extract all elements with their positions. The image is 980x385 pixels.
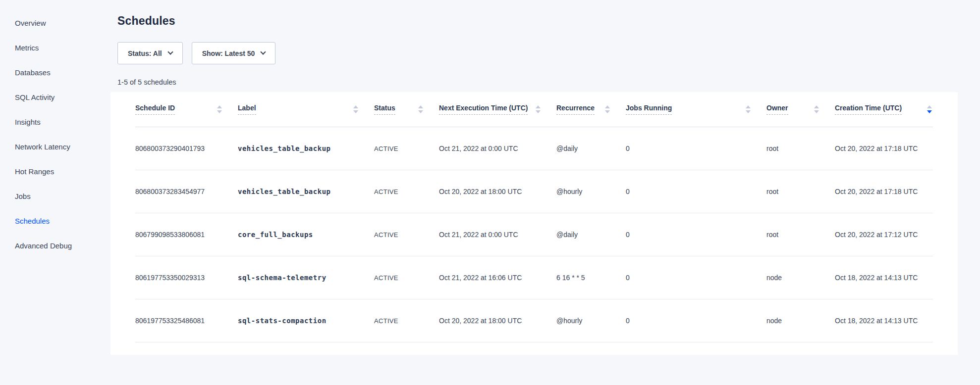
column-header-label: Next Execution Time (UTC) (439, 104, 528, 115)
cell-recurrence: @daily (556, 231, 626, 239)
sidebar-nav-list: Overview Metrics Databases SQL Activity … (0, 10, 117, 258)
cell-jobs-running: 0 (626, 144, 766, 152)
sidebar-item-schedules[interactable]: Schedules (0, 208, 117, 233)
cell-schedule-id: 806197753350029313 (135, 274, 238, 282)
sidebar-item-databases[interactable]: Databases (0, 60, 117, 85)
column-header-creation-time-utc[interactable]: Creation Time (UTC) (835, 92, 933, 127)
column-header-label: Owner (766, 104, 788, 115)
triangle-down-icon (418, 110, 423, 113)
schedules-table: Schedule ID Label Status Next Execution … (110, 92, 958, 355)
column-header-jobs-running[interactable]: Jobs Running (626, 92, 766, 127)
sidebar-item-advanced-debug[interactable]: Advanced Debug (0, 233, 117, 258)
cell-schedule-id: 806800373290401793 (135, 144, 238, 152)
cell-label: sql-schema-telemetry (238, 274, 374, 282)
table-row-sql-stats-compaction[interactable]: 806197753325486081 sql-stats-compaction … (135, 299, 933, 342)
column-header-status[interactable]: Status (374, 92, 439, 127)
triangle-down-icon (927, 110, 932, 113)
column-header-label: Schedule ID (135, 104, 175, 115)
triangle-down-icon (217, 110, 222, 113)
sidebar-item-label: Jobs (15, 192, 31, 200)
cell-schedule-id: 806800373283454977 (135, 188, 238, 195)
sort-icon[interactable] (417, 104, 424, 114)
main-content: Schedules Status: All Show: Latest 50 1-… (117, 0, 980, 355)
chevron-down-icon (167, 49, 173, 54)
sidebar-item-network-latency[interactable]: Network Latency (0, 134, 117, 159)
triangle-up-icon (605, 105, 610, 108)
triangle-up-icon (536, 105, 541, 108)
cell-status: ACTIVE (374, 145, 439, 152)
triangle-down-icon (536, 110, 541, 113)
table-body: 806800373290401793 vehicles_table_backup… (135, 127, 933, 342)
column-header-schedule-id[interactable]: Schedule ID (135, 92, 238, 127)
triangle-up-icon (814, 105, 819, 108)
sidebar-item-insights[interactable]: Insights (0, 109, 117, 134)
cell-owner: node (766, 274, 835, 282)
triangle-up-icon (746, 105, 751, 108)
sort-icon[interactable] (352, 104, 359, 114)
table-row-sql-schema-telemetry[interactable]: 806197753350029313 sql-schema-telemetry … (135, 256, 933, 299)
cell-creation-time: Oct 20, 2022 at 17:18 UTC (835, 188, 933, 195)
cell-jobs-running: 0 (626, 274, 766, 282)
cell-next-execution-time: Oct 20, 2022 at 18:00 UTC (439, 188, 556, 195)
show-filter-label: Show: Latest 50 (202, 49, 255, 57)
sort-icon[interactable] (745, 104, 752, 114)
cell-label: sql-stats-compaction (238, 317, 374, 325)
cell-next-execution-time: Oct 20, 2022 at 18:00 UTC (439, 317, 556, 325)
column-header-label[interactable]: Label (238, 92, 374, 127)
triangle-up-icon (217, 105, 222, 108)
column-header-recurrence[interactable]: Recurrence (556, 92, 626, 127)
cell-owner: root (766, 144, 835, 152)
results-count: 1-5 of 5 schedules (117, 78, 980, 86)
triangle-down-icon (605, 110, 610, 113)
column-header-label: Status (374, 104, 395, 115)
cell-label: core_full_backups (238, 231, 374, 239)
column-header-label: Creation Time (UTC) (835, 104, 902, 115)
cell-jobs-running: 0 (626, 317, 766, 325)
sidebar-item-label: Schedules (15, 217, 50, 225)
sort-icon[interactable] (604, 104, 611, 114)
page-title: Schedules (117, 14, 980, 28)
table-header-row: Schedule ID Label Status Next Execution … (135, 92, 933, 127)
triangle-up-icon (927, 105, 932, 108)
triangle-up-icon (353, 105, 358, 108)
sidebar-item-hot-ranges[interactable]: Hot Ranges (0, 159, 117, 184)
table-row-vehicles-table-backup[interactable]: 806800373283454977 vehicles_table_backup… (135, 170, 933, 213)
sort-icon[interactable] (216, 104, 223, 114)
triangle-down-icon (353, 110, 358, 113)
column-header-next-execution-time-utc[interactable]: Next Execution Time (UTC) (439, 92, 556, 127)
table-row-vehicles-table-backup[interactable]: 806800373290401793 vehicles_table_backup… (135, 127, 933, 170)
cell-status: ACTIVE (374, 317, 439, 325)
cell-recurrence: @hourly (556, 317, 626, 325)
filter-bar: Status: All Show: Latest 50 (117, 42, 980, 64)
table-row-core-full-backups[interactable]: 806799098533806081 core_full_backups ACT… (135, 213, 933, 256)
sidebar-item-sql-activity[interactable]: SQL Activity (0, 85, 117, 109)
cell-status: ACTIVE (374, 274, 439, 282)
sort-icon[interactable] (926, 104, 933, 114)
cell-owner: node (766, 317, 835, 325)
sort-icon[interactable] (813, 104, 820, 114)
status-filter-dropdown[interactable]: Status: All (117, 42, 183, 64)
sort-icon[interactable] (535, 104, 542, 114)
cell-recurrence: @daily (556, 144, 626, 152)
cell-jobs-running: 0 (626, 188, 766, 195)
sidebar-item-label: Databases (15, 68, 51, 77)
cell-next-execution-time: Oct 21, 2022 at 16:06 UTC (439, 274, 556, 282)
chevron-down-icon (261, 49, 266, 54)
sidebar-item-jobs[interactable]: Jobs (0, 184, 117, 208)
cell-status: ACTIVE (374, 231, 439, 239)
cell-label: vehicles_table_backup (238, 188, 374, 195)
column-header-owner[interactable]: Owner (766, 92, 835, 127)
sidebar-item-overview[interactable]: Overview (0, 10, 117, 35)
sidebar-item-metrics[interactable]: Metrics (0, 35, 117, 60)
sidebar-item-label: Advanced Debug (15, 241, 72, 250)
cell-schedule-id: 806197753325486081 (135, 317, 238, 325)
triangle-down-icon (814, 110, 819, 113)
cell-creation-time: Oct 20, 2022 at 17:18 UTC (835, 144, 933, 152)
column-header-label: Jobs Running (626, 104, 672, 115)
cell-jobs-running: 0 (626, 231, 766, 239)
show-filter-dropdown[interactable]: Show: Latest 50 (192, 42, 276, 64)
sidebar-item-label: Hot Ranges (15, 167, 54, 176)
cell-owner: root (766, 231, 835, 239)
cell-recurrence: 6 16 * * 5 (556, 274, 626, 282)
cell-recurrence: @hourly (556, 188, 626, 195)
